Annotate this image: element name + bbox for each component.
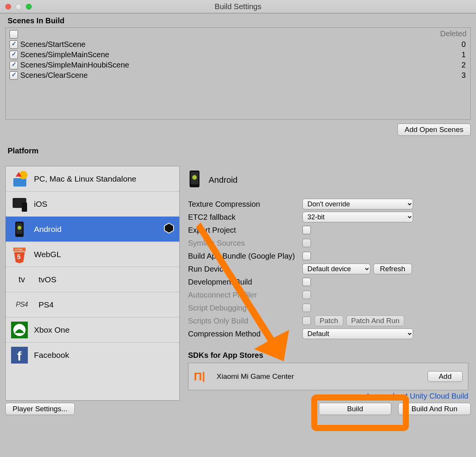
platform-item-facebook[interactable]: f Facebook	[6, 343, 179, 367]
sdks-header: SDKs for App Stores	[188, 351, 468, 360]
platform-label: Xbox One	[34, 325, 69, 335]
ps4-icon: PS4	[10, 296, 33, 314]
svg-point-6	[18, 226, 21, 230]
platform-label: tvOS	[39, 275, 56, 284]
platform-item-ps4[interactable]: PS4 PS4	[6, 292, 179, 317]
script-debugging-label: Script Debugging	[188, 304, 302, 312]
deleted-label: Deleted	[440, 29, 466, 38]
symlink-sources-checkbox	[302, 239, 311, 247]
window-title: Build Settings	[0, 2, 476, 11]
platform-item-xbox[interactable]: Xbox One	[6, 317, 179, 343]
etc2-fallback-select[interactable]: 32-bit	[302, 212, 413, 222]
texture-compression-label: Texture Compression	[188, 200, 302, 209]
scripts-only-build-label: Scripts Only Build	[188, 317, 302, 325]
facebook-icon: f	[10, 346, 29, 364]
scene-path: Scenes/SimpleMainScene	[20, 50, 109, 59]
run-device-label: Run Device	[188, 265, 302, 274]
scene-row[interactable]: Scenes/ClearScene 3	[6, 70, 470, 80]
platform-label: PS4	[39, 300, 54, 309]
patch-button: Patch	[315, 315, 343, 326]
platform-label: Facebook	[34, 351, 69, 360]
run-device-select[interactable]: Default device	[302, 264, 370, 274]
platform-settings-panel: Android Texture Compression Don't overri…	[188, 166, 471, 401]
platform-label: PC, Mac & Linux Standalone	[34, 174, 137, 183]
scene-index: 2	[462, 61, 466, 69]
svg-text:П|: П|	[194, 370, 205, 382]
svg-text:HTML: HTML	[15, 248, 23, 251]
svg-rect-3	[22, 203, 27, 212]
scene-checkbox-empty[interactable]	[10, 30, 18, 39]
player-settings-button[interactable]: Player Settings...	[5, 403, 75, 415]
panel-title: Android	[209, 175, 238, 185]
svg-point-17	[192, 175, 197, 180]
scripts-only-build-checkbox	[302, 317, 311, 325]
platform-item-tvos[interactable]: tv tvOS	[6, 267, 179, 292]
patch-and-run-button: Patch And Run	[346, 315, 405, 326]
titlebar: Build Settings	[0, 0, 476, 13]
texture-compression-select[interactable]: Don't override	[302, 199, 413, 209]
scene-path: Scenes/StartScene	[20, 40, 85, 49]
scenes-header: Scenes In Build	[0, 13, 476, 27]
scene-index: 1	[462, 50, 466, 59]
build-and-run-button[interactable]: Build And Run	[398, 403, 471, 415]
scene-row[interactable]: Scenes/StartScene 0	[6, 39, 470, 50]
platform-label: WebGL	[34, 250, 61, 259]
unity-cloud-build-link[interactable]: Learn about Unity Cloud Build	[188, 392, 468, 401]
export-project-checkbox[interactable]	[302, 226, 311, 234]
scenes-list: Deleted Scenes/StartScene 0 Scenes/Simpl…	[5, 27, 471, 120]
export-project-label: Export Project	[188, 226, 302, 235]
sdk-add-button[interactable]: Add	[428, 371, 463, 382]
platform-item-ios[interactable]: iOS	[6, 191, 179, 217]
autoconnect-profiler-label: Autoconnect Profiler	[188, 291, 302, 299]
refresh-button[interactable]: Refresh	[373, 264, 412, 274]
scene-row[interactable]: Scenes/SimpleMainScene 1	[6, 50, 470, 60]
svg-marker-7	[164, 223, 174, 233]
development-build-checkbox[interactable]	[302, 278, 311, 286]
tvos-icon: tv	[10, 270, 33, 289]
symlink-sources-label: Symlink Sources	[188, 239, 302, 248]
scene-path: Scenes/ClearScene	[20, 71, 88, 80]
scene-checkbox[interactable]	[10, 51, 18, 59]
footer: Player Settings... Build Build And Run	[5, 403, 471, 415]
svg-rect-0	[13, 178, 26, 187]
build-button[interactable]: Build	[319, 403, 391, 415]
unity-logo-icon	[163, 222, 175, 236]
autoconnect-profiler-checkbox	[302, 291, 311, 299]
ios-icon	[10, 195, 29, 213]
scene-checkbox[interactable]	[10, 71, 18, 80]
script-debugging-checkbox	[302, 304, 311, 312]
xbox-icon	[10, 321, 29, 339]
platform-label: iOS	[34, 200, 47, 209]
scene-index: 3	[462, 71, 466, 80]
scene-index: 0	[462, 40, 466, 49]
svg-text:f: f	[17, 349, 22, 363]
standalone-icon	[10, 170, 29, 188]
build-app-bundle-checkbox[interactable]	[302, 252, 311, 260]
platform-header: Platform	[0, 143, 476, 158]
platform-list: PC, Mac & Linux Standalone iOS Android H…	[5, 166, 180, 401]
platform-item-android[interactable]: Android	[6, 217, 179, 242]
scene-row[interactable]: Scenes/SimpleMainHoubiScene 2	[6, 60, 470, 70]
compression-method-select[interactable]: Default	[302, 328, 413, 339]
platform-item-webgl[interactable]: HTML5 WebGL	[6, 242, 179, 267]
webgl-icon: HTML5	[10, 245, 29, 264]
android-icon	[188, 169, 201, 191]
android-icon	[10, 220, 29, 238]
etc2-fallback-label: ETC2 fallback	[188, 213, 302, 222]
compression-method-label: Compression Method	[188, 330, 302, 338]
scene-checkbox[interactable]	[10, 40, 18, 49]
sdk-box: П| Xiaomi Mi Game Center Add	[188, 363, 468, 390]
scene-checkbox[interactable]	[10, 61, 18, 69]
development-build-label: Development Build	[188, 278, 302, 286]
add-open-scenes-button[interactable]: Add Open Scenes	[397, 124, 471, 136]
xiaomi-icon: П|	[194, 370, 211, 384]
build-app-bundle-label: Build App Bundle (Google Play)	[188, 252, 302, 261]
platform-label: Android	[34, 225, 61, 234]
svg-text:5: 5	[17, 254, 21, 260]
sdk-name: Xiaomi Mi Game Center	[217, 372, 294, 381]
scene-path: Scenes/SimpleMainHoubiScene	[20, 61, 129, 69]
platform-item-standalone[interactable]: PC, Mac & Linux Standalone	[6, 166, 179, 191]
